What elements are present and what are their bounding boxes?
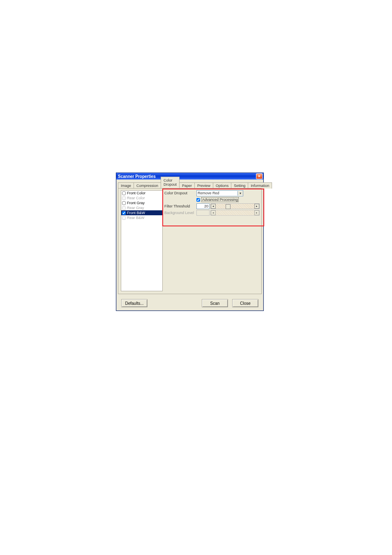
checkbox-rear-color: [122, 196, 126, 200]
color-dropout-label: Color Dropout: [164, 191, 196, 195]
background-level-label: Background Level: [164, 211, 196, 215]
list-item-rear-bw: Rear B&W: [121, 215, 162, 220]
tab-image[interactable]: Image: [118, 182, 134, 189]
checkbox-front-bw[interactable]: [122, 211, 126, 215]
filter-threshold-label: Filter Threshold: [164, 204, 196, 208]
checkbox-front-gray[interactable]: [122, 201, 126, 205]
checkbox-rear-bw: [122, 216, 126, 220]
list-item-front-color[interactable]: Front Color: [121, 191, 162, 196]
close-icon[interactable]: ✕: [256, 173, 263, 179]
label-rear-bw: Rear B&W: [127, 216, 145, 220]
slider-right-arrow-icon: ▸: [254, 210, 259, 215]
defaults-button[interactable]: Defaults...: [121, 299, 148, 307]
background-level-slider: ◂ ▸: [210, 210, 260, 216]
titlebar: Scanner Properties ✕: [116, 173, 263, 180]
list-item-front-gray[interactable]: Front Gray: [121, 200, 162, 205]
slider-right-arrow-icon[interactable]: ▸: [254, 204, 259, 209]
advanced-processing-checkbox[interactable]: Advanced Processing: [196, 197, 239, 202]
filter-threshold-slider[interactable]: ◂ ▸: [210, 203, 260, 209]
checkbox-front-color[interactable]: [122, 191, 126, 195]
label-rear-color: Rear Color: [127, 196, 145, 200]
list-item-front-bw[interactable]: Front B&W: [121, 210, 162, 215]
tab-color-dropout[interactable]: Color Dropout: [161, 177, 180, 188]
image-side-list: Front Color Rear Color Front Gray Rear G…: [121, 190, 163, 291]
color-dropout-value: Remove Red: [198, 191, 219, 195]
scanner-properties-window: Scanner Properties ✕ Image Compression C…: [116, 173, 264, 311]
color-dropout-select[interactable]: Remove Red ▼: [196, 190, 243, 196]
tab-preview[interactable]: Preview: [194, 182, 213, 189]
advanced-processing-label: Advanced Processing: [201, 197, 239, 202]
scan-button[interactable]: Scan: [202, 299, 228, 307]
advanced-processing-input[interactable]: [196, 198, 200, 202]
label-front-bw: Front B&W: [127, 211, 145, 215]
label-front-color: Front Color: [127, 191, 145, 195]
label-rear-gray: Rear Gray: [127, 206, 144, 210]
background-level-value: [196, 210, 210, 216]
tab-compression[interactable]: Compression: [134, 182, 161, 189]
button-bar: Defaults... Scan Close: [116, 299, 263, 307]
list-item-rear-gray: Rear Gray: [121, 205, 162, 210]
slider-left-arrow-icon: ◂: [211, 210, 216, 215]
list-item-rear-color: Rear Color: [121, 196, 162, 200]
tab-information[interactable]: Information: [248, 182, 272, 189]
tab-strip: Image Compression Color Dropout Paper Pr…: [116, 180, 263, 188]
tab-content: Front Color Rear Color Front Gray Rear G…: [118, 188, 262, 294]
tab-options[interactable]: Options: [213, 182, 231, 189]
tab-setting[interactable]: Setting: [231, 182, 248, 189]
filter-threshold-value[interactable]: 20: [196, 203, 210, 209]
main-panel: Color Dropout Remove Red ▼ Advanced Proc…: [164, 190, 260, 216]
checkbox-rear-gray: [122, 206, 126, 210]
window-title: Scanner Properties: [117, 174, 256, 179]
label-front-gray: Front Gray: [127, 201, 145, 205]
slider-left-arrow-icon[interactable]: ◂: [211, 204, 216, 209]
chevron-down-icon: ▼: [238, 191, 243, 196]
close-button[interactable]: Close: [232, 299, 258, 307]
tab-paper[interactable]: Paper: [179, 182, 195, 189]
